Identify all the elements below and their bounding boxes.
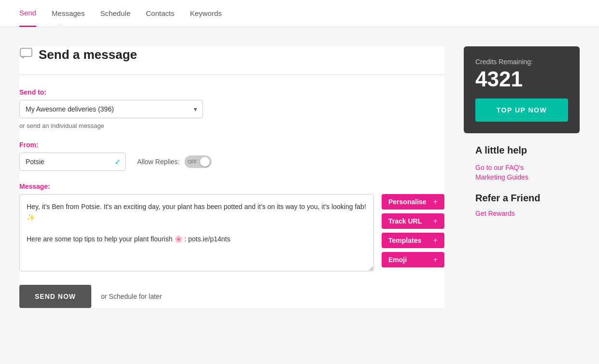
marketing-guides-link[interactable]: Marketing Guides (475, 173, 568, 181)
main-nav: Send Messages Schedule Contacts Keywords (0, 0, 599, 27)
plus-icon-templates: + (433, 237, 438, 244)
check-icon: ✓ (114, 157, 121, 167)
message-row: Personalise + Track URL + Templates + Em… (19, 194, 444, 271)
page-container: Send a message Send to: My Awesome deliv… (0, 27, 599, 337)
individual-link[interactable]: or send an individual message (19, 122, 444, 129)
from-input-wrapper: ✓ (19, 153, 126, 171)
send-row: SEND NOW or Schedule for later (19, 285, 444, 308)
help-card: A little help Go to our FAQ's Marketing … (464, 133, 580, 229)
nav-indicator (56, 22, 65, 27)
credits-card: Credits Remaining: 4321 TOP UP NOW (464, 46, 580, 133)
faqs-link[interactable]: Go to our FAQ's (475, 164, 568, 171)
credits-value: 4321 (475, 68, 568, 91)
page-title: Send a message (39, 47, 137, 62)
nav-item-schedule[interactable]: Schedule (100, 0, 130, 26)
track-url-button[interactable]: Track URL + (382, 213, 444, 229)
message-buttons: Personalise + Track URL + Templates + Em… (382, 194, 444, 267)
plus-icon-personalise: + (433, 198, 438, 206)
nav-item-contacts[interactable]: Contacts (146, 0, 174, 26)
from-section: From: ✓ Allow Replies: OFF (19, 141, 444, 171)
message-label: Message: (19, 182, 444, 190)
plus-icon-emoji: + (433, 256, 438, 264)
message-textarea[interactable] (19, 194, 374, 271)
personalise-label: Personalise (388, 198, 427, 206)
personalise-button[interactable]: Personalise + (382, 194, 444, 210)
message-section: Message: Personalise + Track URL + Templ… (19, 182, 444, 271)
allow-replies-toggle[interactable]: OFF (185, 155, 212, 168)
refer-title: Refer a Friend (475, 193, 568, 204)
templates-label: Templates (388, 237, 421, 244)
send-now-button[interactable]: SEND NOW (19, 285, 91, 308)
credits-label: Credits Remaining: (475, 58, 568, 66)
refer-section: Refer a Friend Get Rewards (475, 193, 568, 217)
emoji-label: Emoji (388, 256, 407, 264)
form-section: Send a message Send to: My Awesome deliv… (19, 46, 444, 308)
toggle-track (185, 155, 212, 168)
from-input[interactable] (19, 153, 126, 171)
nav-item-keywords[interactable]: Keywords (190, 0, 222, 26)
svg-rect-0 (20, 48, 32, 56)
page-title-row: Send a message (19, 46, 444, 63)
allow-replies-label: Allow Replies: (137, 158, 180, 166)
get-rewards-link[interactable]: Get Rewards (475, 210, 568, 217)
from-label: From: (19, 141, 444, 149)
from-row: ✓ Allow Replies: OFF (19, 153, 444, 171)
title-divider (19, 74, 444, 75)
send-to-section: Send to: My Awesome deliveries (396) ▾ o… (19, 88, 444, 129)
send-to-label: Send to: (19, 88, 444, 96)
message-icon (19, 46, 33, 63)
allow-replies-row: Allow Replies: OFF (137, 155, 212, 168)
sidebar: Credits Remaining: 4321 TOP UP NOW A lit… (464, 46, 580, 229)
emoji-button[interactable]: Emoji + (382, 252, 444, 267)
top-up-button[interactable]: TOP UP NOW (475, 98, 568, 122)
send-to-select-wrapper: My Awesome deliveries (396) ▾ (19, 100, 203, 118)
templates-button[interactable]: Templates + (382, 233, 444, 248)
schedule-link[interactable]: or Schedule for later (101, 293, 162, 300)
nav-item-send[interactable]: Send (19, 0, 36, 27)
help-title: A little help (475, 145, 568, 156)
track-url-label: Track URL (388, 217, 422, 225)
plus-icon-track-url: + (433, 217, 438, 225)
send-to-select[interactable]: My Awesome deliveries (396) (19, 100, 203, 118)
toggle-thumb (200, 157, 210, 167)
